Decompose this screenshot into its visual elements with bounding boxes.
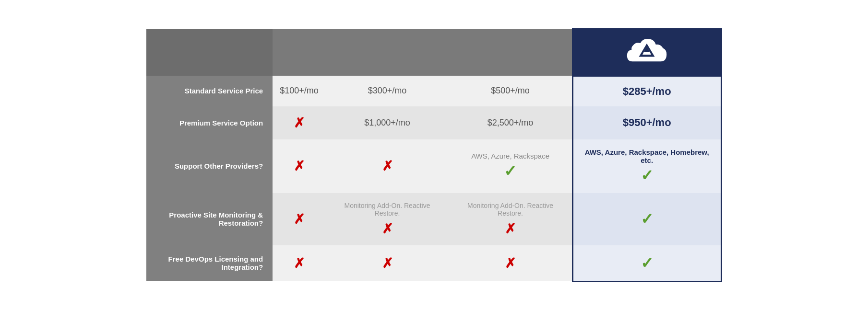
row-label: Premium Service Option [146,106,273,139]
cross-icon: ✗ [294,159,305,173]
azure-cell: $300+/mo [326,76,449,106]
rackspace-cell: AWS, Azure, Rackspace✓ [449,139,572,193]
rackspace-cell: ✗ [449,245,572,282]
highlight-cell: $285+/mo [572,76,721,106]
highlight-price: $950+/mo [623,116,671,128]
price-value: $500+/mo [491,86,530,95]
header-rackspace [449,29,572,76]
cross-icon: ✗ [294,256,305,271]
price-value: $1,000+/mo [364,118,410,127]
row-label: Standard Service Price [146,76,273,106]
monitoring-sub-text: Monitoring Add-On. Reactive Restore. [456,202,565,217]
row-label: Proactive Site Monitoring & Restoration? [146,193,273,245]
table-row: Standard Service Price$100+/mo$300+/mo$5… [146,76,722,106]
check-icon: ✓ [641,254,654,272]
header-aws [273,29,326,76]
brand-logo-icon [625,34,668,70]
header-azure [326,29,449,76]
price-value: $2,500+/mo [488,118,534,127]
check-icon: ✓ [641,210,654,228]
highlight-cell: $950+/mo [572,106,721,139]
price-value: $100+/mo [280,86,319,95]
highlight-cell: ✓ [572,245,721,282]
highlight-sub-text: AWS, Azure, Rackspace, Homebrew, etc. [581,148,713,164]
row-label: Free DevOps Licensing and Integration? [146,245,273,282]
azure-cell: ✗ [326,245,449,282]
price-value: $300+/mo [368,86,407,95]
cross-icon: ✗ [382,256,393,271]
aws-cell: ✗ [273,106,326,139]
table-row: Free DevOps Licensing and Integration?✗✗… [146,245,722,282]
azure-cell: ✗ [326,139,449,193]
table-row: Support Other Providers?✗✗AWS, Azure, Ra… [146,139,722,193]
cross-icon: ✗ [505,256,516,271]
highlight-cell: AWS, Azure, Rackspace, Homebrew, etc.✓ [572,139,721,193]
azure-cell: Monitoring Add-On. Reactive Restore.✗ [326,193,449,245]
check-icon: ✓ [504,162,517,180]
cross-icon: ✗ [382,221,393,237]
highlight-cell: ✓ [572,193,721,245]
check-icon: ✓ [641,166,654,184]
header-empty [146,29,273,76]
monitoring-sub-text: Monitoring Add-On. Reactive Restore. [333,202,442,217]
azure-cell: $1,000+/mo [326,106,449,139]
table-row: Proactive Site Monitoring & Restoration?… [146,193,722,245]
highlight-price: $285+/mo [623,85,671,97]
rackspace-cell: $2,500+/mo [449,106,572,139]
aws-cell: ✗ [273,193,326,245]
cross-icon: ✗ [382,159,393,173]
aws-cell: ✗ [273,139,326,193]
table-row: Premium Service Option✗$1,000+/mo$2,500+… [146,106,722,139]
comparison-table: Standard Service Price$100+/mo$300+/mo$5… [146,28,722,282]
header-highlight [572,29,721,76]
aws-cell: ✗ [273,245,326,282]
sub-text: AWS, Azure, Rackspace [471,152,549,160]
cross-icon: ✗ [294,115,305,130]
aws-cell: $100+/mo [273,76,326,106]
row-label: Support Other Providers? [146,139,273,193]
rackspace-cell: Monitoring Add-On. Reactive Restore.✗ [449,193,572,245]
rackspace-cell: $500+/mo [449,76,572,106]
cross-icon: ✗ [294,212,305,227]
cross-icon: ✗ [505,221,516,237]
